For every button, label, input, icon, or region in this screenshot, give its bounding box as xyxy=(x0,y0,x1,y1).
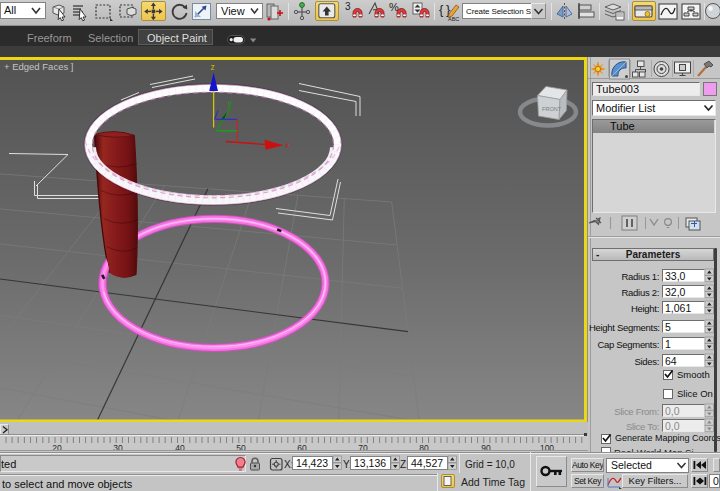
svg-text:z: z xyxy=(211,62,215,72)
svg-text:ABC: ABC xyxy=(448,16,459,22)
svg-text:3: 3 xyxy=(345,1,351,12)
svg-text:FRONT: FRONT xyxy=(542,106,562,112)
svg-text:+ Edged Faces ]: + Edged Faces ] xyxy=(4,61,73,72)
